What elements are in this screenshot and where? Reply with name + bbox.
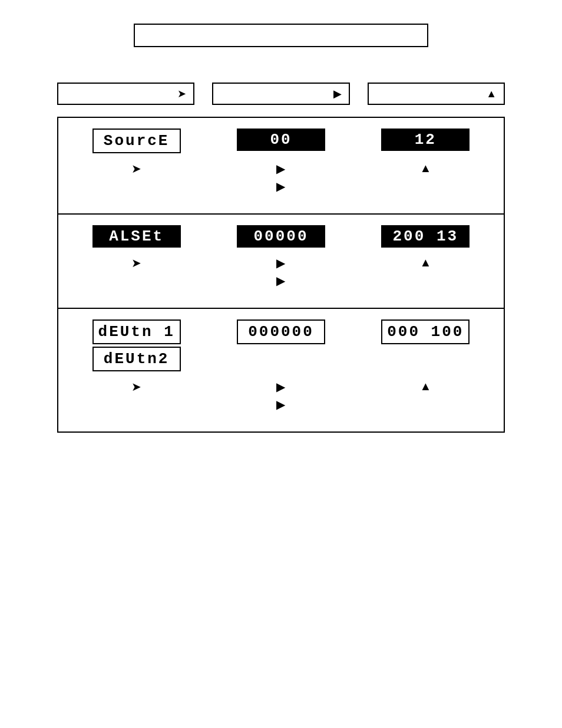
- nav-button-3[interactable]: ▲: [368, 83, 505, 105]
- deutn-enter-button[interactable]: ➤: [127, 378, 146, 395]
- nav-button-2[interactable]: ▶: [212, 83, 349, 105]
- deutn-up-cell: ▲: [359, 378, 492, 413]
- source-up-button[interactable]: ▲: [415, 160, 436, 176]
- deutn-inc-cell: ▶ ▶: [214, 378, 347, 413]
- alset-up-cell: ▲: [359, 255, 492, 289]
- deutn-value1-cell: 000000: [214, 319, 347, 371]
- source-value2-cell: 12: [359, 129, 492, 153]
- alset-value1-display: 00000: [237, 225, 325, 248]
- alset-value2-display: 200 13: [381, 225, 470, 248]
- deutn-label-cell: dEUtn 1 dEUtn2: [70, 319, 203, 371]
- alset-enter-button[interactable]: ➤: [127, 255, 146, 271]
- deutn-row: dEUtn 1 dEUtn2 000000 000 100 ➤ ▶ ▶: [58, 309, 504, 431]
- play-icon: ▶: [333, 87, 342, 100]
- source-play-button-1[interactable]: ▶: [272, 160, 290, 177]
- source-label-cell: SourcE: [70, 129, 203, 153]
- source-play-button-2[interactable]: ▶: [272, 178, 290, 195]
- deutn2-display: dEUtn2: [92, 347, 181, 371]
- source-inc-col: ▶ ▶: [272, 160, 290, 195]
- nav-button-1[interactable]: ➤: [57, 83, 194, 105]
- source-inc-cell: ▶ ▶: [214, 160, 347, 195]
- up-arrow-icon: ▲: [486, 88, 497, 100]
- source-display: SourcE: [92, 129, 181, 153]
- deutn-inc-col: ▶ ▶: [272, 378, 290, 413]
- alset-up-button[interactable]: ▲: [415, 255, 436, 271]
- deutn-value1-display: 000000: [237, 319, 325, 344]
- button-row: ➤ ▶ ▲: [57, 83, 505, 105]
- deutn-up-button[interactable]: ▲: [415, 378, 436, 394]
- alset-value1-cell: 00000: [214, 225, 347, 248]
- deutn1-display: dEUtn 1: [92, 319, 181, 344]
- source-enter-button[interactable]: ➤: [127, 160, 146, 177]
- source-btn-cell: ➤: [70, 160, 203, 195]
- alset-value2-cell: 200 13: [359, 225, 492, 248]
- deutn-play-button-1[interactable]: ▶: [272, 378, 290, 395]
- right-arrow-icon: ➤: [177, 87, 186, 100]
- main-panel: SourcE 00 12 ➤ ▶ ▶ ▲: [57, 117, 505, 433]
- top-bar: [134, 24, 428, 47]
- source-row: SourcE 00 12 ➤ ▶ ▶ ▲: [58, 118, 504, 215]
- alset-row: ALSEt 00000 200 13 ➤ ▶ ▶ ▲: [58, 215, 504, 309]
- deutn-value2-cell: 000 100: [359, 319, 492, 371]
- alset-inc-col: ▶ ▶: [272, 255, 290, 289]
- alset-play-button-2[interactable]: ▶: [272, 272, 290, 289]
- deutn-play-button-2[interactable]: ▶: [272, 396, 290, 413]
- alset-btn-cell: ➤: [70, 255, 203, 289]
- deutn-value2-display: 000 100: [381, 319, 470, 344]
- source-value1-cell: 00: [214, 129, 347, 153]
- alset-display: ALSEt: [92, 225, 181, 248]
- source-value1-display: 00: [237, 129, 325, 151]
- deutn-btn-cell: ➤: [70, 378, 203, 413]
- deutn-labels: dEUtn 1 dEUtn2: [92, 319, 181, 371]
- alset-inc-cell: ▶ ▶: [214, 255, 347, 289]
- source-up-cell: ▲: [359, 160, 492, 195]
- alset-label-cell: ALSEt: [70, 225, 203, 248]
- source-value2-display: 12: [381, 129, 470, 151]
- alset-play-button-1[interactable]: ▶: [272, 255, 290, 271]
